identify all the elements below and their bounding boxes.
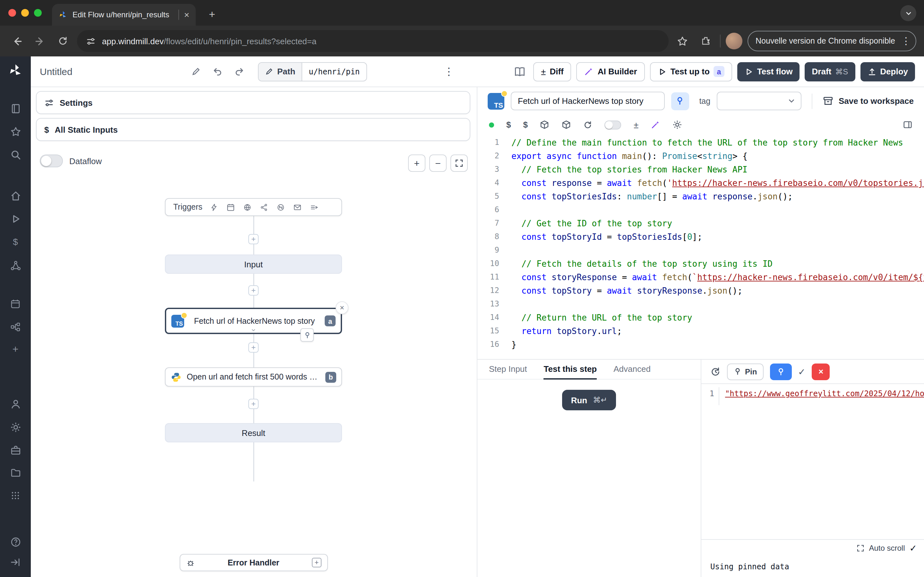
http-route-icon[interactable] (244, 203, 252, 211)
error-handler-node[interactable]: Error Handler + (180, 554, 328, 571)
sidebar-item-users[interactable] (10, 398, 21, 410)
pin-filter-button[interactable] (671, 92, 689, 110)
add-step-button[interactable]: + (248, 342, 258, 353)
editor-settings-icon[interactable] (672, 120, 682, 129)
draft-button[interactable]: Draft ⌘S (805, 62, 855, 81)
browser-tab[interactable]: Edit Flow u/henri/pin_results × (52, 4, 196, 26)
tag-select[interactable] (717, 92, 801, 110)
sqs-icon[interactable] (310, 203, 318, 211)
dataflow-toggle[interactable] (40, 155, 63, 167)
tab-step-input[interactable]: Step Input (489, 359, 527, 380)
site-settings-icon[interactable] (86, 36, 95, 46)
add-step-button[interactable]: + (248, 399, 258, 409)
variables-icon[interactable]: $ (506, 120, 511, 129)
fit-view-button[interactable] (451, 155, 468, 172)
sidebar-item-resources[interactable] (10, 259, 21, 271)
ai-builder-button[interactable]: AI Builder (577, 62, 645, 81)
package-icon[interactable] (562, 120, 572, 129)
save-to-workspace-button[interactable]: Save to workspace (822, 95, 914, 106)
more-options-kebab-icon[interactable]: ⋮ (441, 65, 457, 77)
bookmark-star-icon[interactable] (674, 32, 691, 50)
clear-pin-button[interactable]: × (812, 363, 830, 380)
new-tab-button[interactable]: + (204, 6, 221, 23)
pin-active-button[interactable] (770, 363, 792, 380)
sidebar-item-create[interactable]: + (10, 343, 21, 355)
edit-name-pencil-icon[interactable] (187, 63, 204, 80)
sidebar-item-apps[interactable] (10, 490, 21, 501)
result-viewer[interactable]: 1 "https://www.geoffreylitt.com/2025/04/… (701, 384, 924, 410)
pin-button[interactable]: Pin (727, 363, 763, 380)
kafka-icon[interactable] (260, 203, 268, 211)
tab-advanced[interactable]: Advanced (614, 359, 651, 380)
resources-icon[interactable]: $ (523, 120, 527, 129)
close-window-button[interactable] (8, 9, 16, 17)
input-node[interactable]: Input (165, 255, 342, 274)
flow-name[interactable]: Untitled (40, 66, 73, 77)
zoom-out-button[interactable]: − (429, 155, 447, 172)
path-control[interactable]: Path u/henri/pin (258, 62, 367, 81)
back-button[interactable] (8, 32, 26, 50)
zoom-in-button[interactable]: + (408, 155, 425, 172)
sidebar-collapse-button[interactable] (10, 556, 21, 568)
reload-button[interactable] (54, 32, 72, 50)
forward-button[interactable] (31, 32, 49, 50)
chrome-update-button[interactable]: Nouvelle version de Chrome disponible ⋮ (747, 31, 916, 51)
profile-avatar[interactable] (725, 33, 742, 49)
browser-menu-icon[interactable]: ⋮ (899, 35, 913, 47)
result-node[interactable]: Result (165, 423, 342, 442)
expand-icon[interactable] (857, 544, 864, 552)
sidebar-item-folders[interactable] (10, 467, 21, 478)
sidebar-item-workers[interactable] (10, 444, 21, 456)
ai-wand-icon[interactable] (651, 120, 660, 129)
sidebar-item-favorites[interactable] (10, 126, 21, 137)
package-icon[interactable] (540, 120, 549, 129)
nats-icon[interactable] (277, 203, 285, 211)
sidebar-item-docs[interactable] (10, 103, 21, 114)
delete-step-button[interactable]: × (336, 301, 349, 314)
toggle-assistant-panel-icon[interactable] (903, 120, 913, 129)
windmill-logo[interactable] (8, 63, 23, 78)
minimize-window-button[interactable] (21, 9, 29, 17)
settings-bar[interactable]: Settings (36, 91, 470, 114)
sidebar-item-variables[interactable]: $ (10, 236, 21, 247)
schedule-icon[interactable] (227, 203, 235, 211)
code-lines[interactable]: // Define the main function to fetch the… (499, 135, 924, 359)
accept-check-icon[interactable]: ✓ (798, 366, 805, 377)
add-error-handler-button[interactable]: + (312, 558, 321, 567)
editor-toggle[interactable] (605, 120, 622, 129)
step-b-node[interactable]: Open url and fetch first 500 words of ..… (165, 367, 342, 387)
sidebar-item-search[interactable] (10, 149, 21, 160)
step-a-node[interactable]: TS Fetch url of HackerNews top story a (165, 308, 342, 334)
sidebar-item-help[interactable] (10, 536, 21, 548)
redo-button[interactable] (231, 63, 248, 80)
url-bar[interactable]: app.windmill.dev/flows/edit/u/henri/pin_… (77, 30, 668, 52)
tab-test-this-step[interactable]: Test this step (544, 359, 597, 380)
triggers-node[interactable]: Triggers (165, 198, 342, 216)
sidebar-item-home[interactable] (10, 190, 21, 201)
pinned-data-indicator[interactable] (300, 328, 314, 342)
deploy-button[interactable]: Deploy (860, 62, 915, 81)
auto-scroll-check-icon[interactable]: ✓ (909, 543, 917, 553)
diff-button[interactable]: ± Diff (533, 62, 572, 81)
undo-button[interactable] (209, 63, 226, 80)
sidebar-item-flows[interactable] (10, 321, 21, 333)
sidebar-item-settings[interactable] (10, 421, 21, 433)
run-button[interactable]: Run ⌘↵ (562, 390, 616, 410)
chevron-down-icon[interactable] (250, 327, 257, 333)
webhook-icon[interactable] (210, 203, 218, 211)
history-icon[interactable] (710, 366, 720, 377)
sidebar-item-schedules[interactable] (10, 298, 21, 309)
test-flow-button[interactable]: Test flow (737, 62, 800, 81)
add-step-button[interactable]: + (248, 234, 258, 244)
extensions-puzzle-icon[interactable] (696, 32, 714, 50)
tab-close-icon[interactable]: × (184, 10, 189, 19)
fullscreen-window-button[interactable] (34, 9, 42, 17)
static-inputs-bar[interactable]: $ All Static Inputs (36, 118, 470, 141)
email-icon[interactable] (294, 203, 302, 211)
tab-search-button[interactable] (900, 5, 916, 21)
diff-icon[interactable]: ± (634, 119, 638, 130)
reset-icon[interactable] (583, 120, 593, 129)
docs-book-icon[interactable] (511, 63, 528, 80)
test-up-to-button[interactable]: Test up to a (650, 62, 732, 81)
code-editor[interactable]: 12345678910111213141516 // Define the ma… (477, 135, 924, 359)
